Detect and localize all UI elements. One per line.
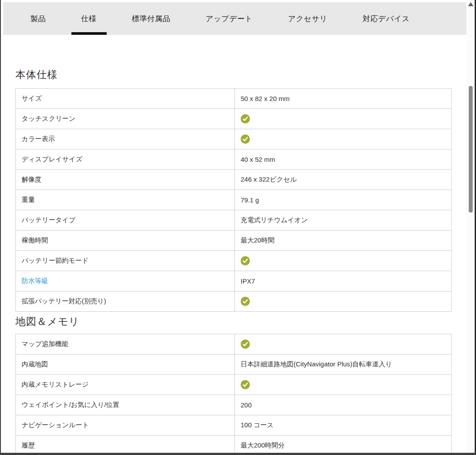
tab-specs[interactable]: 仕様	[81, 2, 97, 35]
spec-value-display-size: 40 x 52 mm	[235, 149, 452, 170]
spec-value-builtin-map: 日本詳細道路地図(CityNavigator Plus)自転車道入り	[235, 354, 452, 375]
tab-updates[interactable]: アップデート	[206, 2, 253, 35]
check-circle-icon	[241, 297, 250, 306]
browser-window: 製品仕様標準付属品アップデートアクセサリ対応デバイス 本体仕様サイズ50 x 8…	[0, 0, 476, 455]
scrollbar-thumb[interactable]	[469, 86, 472, 213]
spec-label-extended-battery: 拡張バッテリー対応(別売り)	[16, 291, 235, 312]
spec-row-extended-battery: 拡張バッテリー対応(別売り)	[16, 291, 452, 312]
spec-table-maps-memory: マップ追加機能内蔵地図日本詳細道路地図(CityNavigator Plus)自…	[15, 334, 452, 455]
tab-accessories[interactable]: アクセサリ	[288, 2, 328, 35]
spec-row-waypoints: ウェイポイント/お気に入り/位置200	[16, 395, 452, 415]
spec-row-battery-save-mode: バッテリー節約モード	[16, 251, 452, 271]
check-circle-icon	[241, 380, 250, 389]
spec-row-touchscreen: タッチスクリーン	[16, 109, 452, 129]
spec-label-color-display: カラー表示	[16, 129, 235, 149]
window-left-edge	[0, 0, 1, 455]
spec-label-weight: 重量	[16, 190, 235, 210]
spec-label-battery-type: バッテリータイプ	[16, 210, 235, 231]
spec-value-navigation-routes: 100 コース	[235, 415, 452, 436]
spec-value-extended-battery	[235, 291, 452, 312]
spec-value-color-display	[235, 129, 452, 149]
spec-row-color-display: カラー表示	[16, 129, 452, 149]
check-circle-icon	[241, 134, 250, 144]
spec-value-size: 50 x 82 x 20 mm	[235, 89, 452, 109]
spec-row-battery-type: バッテリータイプ充電式リチウムイオン	[16, 210, 452, 231]
scrollbar[interactable]	[466, 0, 475, 455]
spec-label-navigation-routes: ナビゲーションルート	[16, 415, 235, 436]
water-rating-link[interactable]: 防水等級	[16, 271, 235, 291]
window-bottom-edge	[0, 453, 476, 455]
spec-content: 本体仕様サイズ50 x 82 x 20 mmタッチスクリーンカラー表示ディスプレ…	[15, 35, 452, 455]
spec-label-builtin-map: 内蔵地図	[16, 354, 235, 375]
spec-label-touchscreen: タッチスクリーン	[16, 109, 235, 129]
spec-row-water-rating: 防水等級IPX7	[16, 271, 452, 291]
spec-label-waypoints: ウェイポイント/お気に入り/位置	[16, 395, 235, 415]
spec-value-battery-life: 最大20時間	[235, 231, 452, 251]
check-circle-icon	[241, 339, 250, 349]
spec-row-builtin-map: 内蔵地図日本詳細道路地図(CityNavigator Plus)自転車道入り	[16, 354, 452, 375]
check-circle-icon	[241, 256, 250, 265]
spec-value-map-add	[235, 334, 452, 354]
check-circle-icon	[241, 114, 250, 123]
spec-table-device-specs: サイズ50 x 82 x 20 mmタッチスクリーンカラー表示ディスプレイサイズ…	[15, 88, 452, 312]
section-title-device-specs: 本体仕様	[15, 68, 452, 82]
spec-label-battery-life: 稼働時間	[16, 231, 235, 251]
spec-value-weight: 79.1 g	[235, 190, 452, 210]
spec-value-internal-memory	[235, 375, 452, 395]
tab-compatible-devices[interactable]: 対応デバイス	[363, 2, 410, 35]
spec-value-touchscreen	[235, 109, 452, 129]
tab-bar: 製品仕様標準付属品アップデートアクセサリ対応デバイス	[3, 2, 468, 35]
spec-row-resolution: 解像度246 x 322ピクセル	[16, 170, 452, 190]
spec-label-internal-memory: 内蔵メモリストレージ	[16, 375, 235, 395]
tab-in-the-box[interactable]: 標準付属品	[132, 2, 171, 35]
spec-label-battery-save-mode: バッテリー節約モード	[16, 251, 235, 271]
spec-row-navigation-routes: ナビゲーションルート100 コース	[16, 415, 452, 436]
spec-label-map-add: マップ追加機能	[16, 334, 235, 354]
spec-row-size: サイズ50 x 82 x 20 mm	[16, 89, 452, 109]
spec-label-history: 履歴	[16, 436, 235, 455]
spec-value-battery-type: 充電式リチウムイオン	[235, 210, 452, 231]
spec-row-history: 履歴最大200時間分	[16, 436, 452, 455]
spec-label-resolution: 解像度	[16, 170, 235, 190]
spec-value-history: 最大200時間分	[235, 436, 452, 455]
spec-value-water-rating: IPX7	[235, 271, 452, 291]
spec-value-resolution: 246 x 322ピクセル	[235, 170, 452, 190]
spec-value-battery-save-mode	[235, 251, 452, 271]
spec-row-map-add: マップ追加機能	[16, 334, 452, 354]
spec-row-battery-life: 稼働時間最大20時間	[16, 231, 452, 251]
spec-label-size: サイズ	[16, 89, 235, 109]
section-title-maps-memory: 地図＆メモリ	[15, 315, 452, 328]
spec-row-internal-memory: 内蔵メモリストレージ	[16, 375, 452, 395]
tab-product[interactable]: 製品	[30, 2, 46, 35]
spec-value-waypoints: 200	[235, 395, 452, 415]
spec-row-weight: 重量79.1 g	[16, 190, 452, 210]
spec-row-display-size: ディスプレイサイズ40 x 52 mm	[16, 149, 452, 170]
scroll-up-icon[interactable]	[468, 2, 473, 6]
spec-label-display-size: ディスプレイサイズ	[16, 149, 235, 170]
